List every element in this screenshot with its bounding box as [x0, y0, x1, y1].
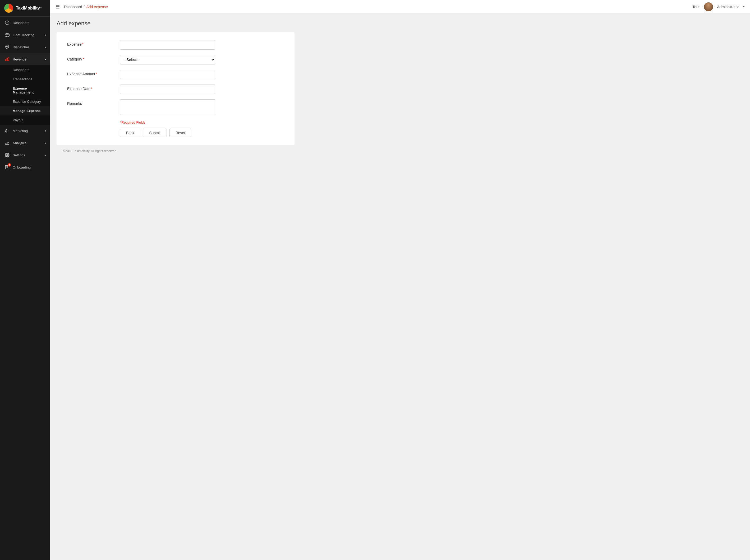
- sidebar-label-settings: Settings: [13, 153, 45, 157]
- sidebar-item-revenue[interactable]: Revenue ▴: [0, 53, 50, 65]
- remarks-textarea[interactable]: [120, 99, 215, 115]
- sidebar-label-dispatcher: Dispatcher: [13, 45, 45, 49]
- svg-rect-5: [5, 59, 6, 61]
- location-icon: [4, 44, 10, 50]
- reset-button[interactable]: Reset: [170, 129, 192, 137]
- tour-button[interactable]: Tour: [692, 5, 699, 9]
- main-content: ☰ Dashboard / Add expense Tour Administr…: [50, 0, 750, 560]
- dashboard-icon: [4, 20, 10, 26]
- svg-rect-6: [7, 58, 8, 61]
- sidebar-item-dashboard[interactable]: Dashboard: [0, 17, 50, 29]
- sidebar-sub-expense-category[interactable]: Expense Category: [0, 97, 50, 106]
- remarks-label: Remarks: [67, 99, 120, 106]
- expense-amount-row: Expense Amount*: [67, 70, 284, 79]
- sidebar-label-dashboard: Dashboard: [13, 21, 46, 25]
- svg-point-4: [6, 46, 8, 47]
- expense-date-input[interactable]: [120, 85, 215, 94]
- avatar: [704, 2, 713, 12]
- menu-toggle-button[interactable]: ☰: [56, 4, 60, 10]
- analytics-icon: [4, 140, 10, 146]
- analytics-chevron-icon: ▾: [45, 142, 46, 145]
- onboarding-icon: 5: [4, 164, 10, 170]
- sidebar-item-fleet-tracking[interactable]: Fleet Tracking ▾: [0, 29, 50, 41]
- sidebar-item-analytics[interactable]: Analytics ▾: [0, 137, 50, 149]
- sidebar-sub-manage-expense[interactable]: Manage Expense: [0, 106, 50, 116]
- amount-required-star: *: [96, 72, 97, 76]
- sidebar-sub-rev-dashboard[interactable]: Dashboard: [0, 65, 50, 75]
- expense-amount-input[interactable]: [120, 70, 215, 79]
- back-button[interactable]: Back: [120, 129, 140, 137]
- sidebar-label-revenue: Revenue: [13, 57, 45, 61]
- add-expense-form-card: Expense* Category* --Select-- Expense Am…: [57, 32, 295, 145]
- sidebar-item-marketing[interactable]: Marketing ▾: [0, 125, 50, 137]
- settings-icon: [4, 152, 10, 158]
- expense-date-label: Expense Date*: [67, 85, 120, 91]
- expense-date-row: Expense Date*: [67, 85, 284, 94]
- sidebar-label-fleet-tracking: Fleet Tracking: [13, 33, 45, 37]
- sidebar-item-settings[interactable]: Settings ▾: [0, 149, 50, 161]
- car-icon: [4, 32, 10, 38]
- marketing-icon: [4, 128, 10, 134]
- app-name: TaxiMobility: [16, 6, 40, 11]
- marketing-chevron-icon: ▾: [45, 129, 46, 132]
- svg-rect-7: [8, 58, 9, 61]
- remarks-row: Remarks: [67, 99, 284, 115]
- required-fields-note: *Required Fields: [120, 121, 284, 124]
- admin-name[interactable]: Administrator: [717, 5, 739, 9]
- revenue-chevron-icon: ▴: [45, 58, 46, 61]
- revenue-submenu: Dashboard Transactions Expense Managemen…: [0, 65, 50, 125]
- breadcrumb-home[interactable]: Dashboard: [64, 5, 82, 9]
- sidebar-sub-payout[interactable]: Payout: [0, 116, 50, 125]
- sidebar-sub-expense-management[interactable]: Expense Management: [0, 84, 50, 97]
- footer: ©2018 TaxiMobility. All rights reserved.: [57, 145, 744, 157]
- category-row: Category* --Select--: [67, 55, 284, 64]
- submit-button[interactable]: Submit: [143, 129, 167, 137]
- footer-text: ©2018 TaxiMobility. All rights reserved.: [63, 149, 117, 153]
- sidebar: TaxiMobility™ Dashboard Fleet Tracking ▾…: [0, 0, 50, 560]
- date-required-star: *: [91, 87, 92, 91]
- category-select[interactable]: --Select--: [120, 55, 215, 64]
- admin-chevron-icon[interactable]: ▾: [743, 5, 745, 8]
- breadcrumb-separator: /: [84, 5, 85, 9]
- sidebar-label-marketing: Marketing: [13, 129, 45, 133]
- settings-chevron-icon: ▾: [45, 154, 46, 157]
- breadcrumb: Dashboard / Add expense: [64, 5, 108, 9]
- expense-row: Expense*: [67, 40, 284, 50]
- page-content: Add expense Expense* Category* --Select-…: [50, 14, 750, 560]
- sidebar-label-analytics: Analytics: [13, 141, 45, 145]
- breadcrumb-current: Add expense: [86, 5, 108, 9]
- revenue-icon: [4, 56, 10, 62]
- category-required-star: *: [83, 57, 84, 61]
- category-label: Category*: [67, 55, 120, 61]
- topbar-right: Tour Administrator ▾: [692, 2, 745, 12]
- topbar: ☰ Dashboard / Add expense Tour Administr…: [50, 0, 750, 14]
- svg-point-8: [6, 154, 8, 156]
- form-buttons: Back Submit Reset: [120, 129, 284, 137]
- expense-input[interactable]: [120, 40, 215, 50]
- sidebar-item-onboarding[interactable]: 5 Onboarding: [0, 161, 50, 173]
- sidebar-sub-transactions[interactable]: Transactions: [0, 75, 50, 84]
- expense-label: Expense*: [67, 40, 120, 46]
- logo-icon: [4, 4, 13, 13]
- page-title: Add expense: [57, 20, 744, 27]
- fleet-chevron-icon: ▾: [45, 34, 46, 37]
- dispatcher-chevron-icon: ▾: [45, 46, 46, 48]
- sidebar-item-dispatcher[interactable]: Dispatcher ▾: [0, 41, 50, 53]
- sidebar-label-onboarding: Onboarding: [13, 165, 46, 169]
- expense-amount-label: Expense Amount*: [67, 70, 120, 76]
- svg-rect-1: [5, 34, 9, 37]
- expense-required-star: *: [82, 42, 83, 46]
- logo: TaxiMobility™: [0, 0, 50, 17]
